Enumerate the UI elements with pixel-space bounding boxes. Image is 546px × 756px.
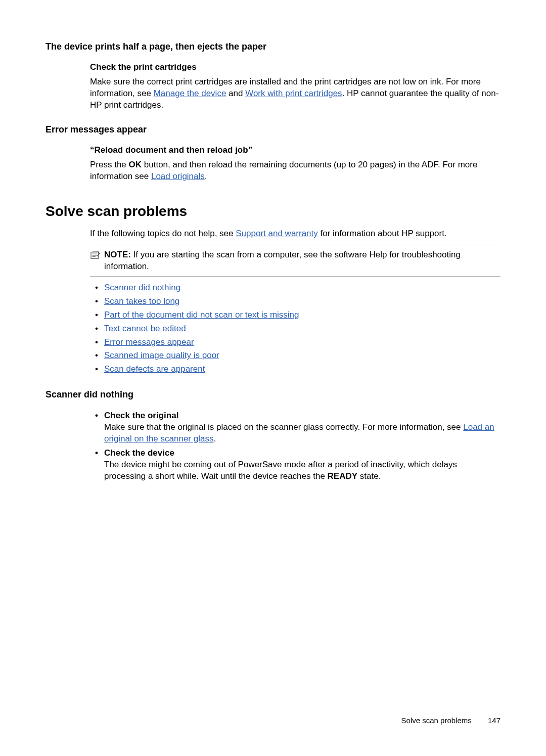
heading-solve-scan: Solve scan problems [46,202,500,221]
ready-state-label: READY [328,471,358,481]
item-title-check-original: Check the original [104,410,500,422]
text: . [205,171,207,181]
text: for information about HP support. [318,229,447,238]
note-label: NOTE: [104,250,131,259]
page-number: 147 [488,716,500,726]
link-load-originals[interactable]: Load originals [151,171,205,181]
text: . [213,434,216,443]
scanner-nothing-list: Check the original Make sure that the or… [90,410,500,483]
subheading-reload-doc: “Reload document and then reload job” [90,145,500,156]
list-item: Check the original Make sure that the or… [90,410,500,445]
list-item: Part of the document did not scan or tex… [90,309,500,321]
link-error-messages[interactable]: Error messages appear [104,337,194,347]
heading-half-page: The device prints half a page, then ejec… [46,40,500,53]
para-check-original: Make sure that the original is placed on… [104,422,500,445]
page-footer: Solve scan problems 147 [401,716,500,726]
list-item: Scanned image quality is poor [90,350,500,362]
ok-button-label: OK [129,160,142,169]
item-title-check-device: Check the device [104,448,500,459]
para-reload-doc: Press the OK button, and then reload the… [90,159,500,183]
text: Make sure that the original is placed on… [104,422,463,432]
list-item: Error messages appear [90,337,500,348]
text: If the following topics do not help, see [90,229,236,238]
scan-topic-list: Scanner did nothing Scan takes too long … [90,282,500,376]
para-solve-scan-intro: If the following topics do not help, see… [90,228,500,240]
link-scanner-did-nothing[interactable]: Scanner did nothing [104,283,180,292]
link-image-quality-poor[interactable]: Scanned image quality is poor [104,350,219,360]
text: and [226,88,245,98]
list-item: Scanner did nothing [90,282,500,294]
footer-title: Solve scan problems [401,716,472,725]
para-check-cartridges: Make sure the correct print cartridges a… [90,76,500,111]
heading-scanner-nothing: Scanner did nothing [46,388,500,401]
note-block: NOTE: If you are starting the scan from … [90,245,500,277]
list-item: Scan defects are apparent [90,364,500,375]
link-text-not-edited[interactable]: Text cannot be edited [104,324,186,333]
note-icon [90,250,101,259]
list-item: Text cannot be edited [90,323,500,335]
link-work-cartridges[interactable]: Work with print cartridges [245,88,342,98]
text: The device might be coming out of PowerS… [104,460,457,481]
list-item: Scan takes too long [90,296,500,307]
link-scan-too-long[interactable]: Scan takes too long [104,296,179,306]
heading-error-messages: Error messages appear [46,123,500,136]
link-part-missing[interactable]: Part of the document did not scan or tex… [104,310,299,320]
subheading-check-cartridges: Check the print cartridges [90,62,500,73]
text: Press the [90,160,129,169]
link-manage-device[interactable]: Manage the device [154,88,226,98]
list-item: Check the device The device might be com… [90,448,500,482]
note-text-content: If you are starting the scan from a comp… [104,250,461,271]
text: button, and then reload the remaining do… [90,160,477,181]
link-scan-defects[interactable]: Scan defects are apparent [104,364,205,374]
link-support-warranty[interactable]: Support and warranty [236,229,318,238]
text: state. [357,471,381,481]
para-check-device: The device might be coming out of PowerS… [104,459,500,482]
